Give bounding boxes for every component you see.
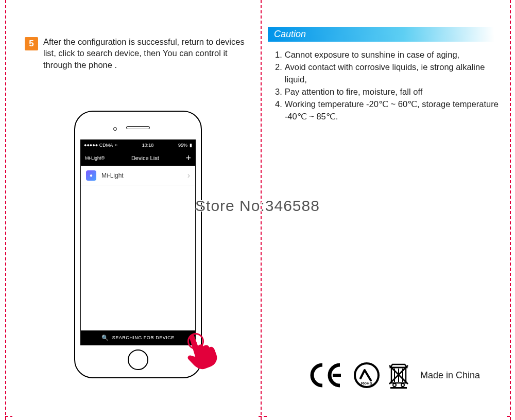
manual-page-step5: 5 After the configuration is successful,… [12, 0, 258, 420]
caution-text: Pay attention to fire, moisture, fall of… [285, 86, 423, 98]
device-name-label: Mi-Light [101, 172, 124, 179]
phone-speaker-icon [126, 126, 150, 129]
manual-page-caution: Caution 1. Cannot exposure to sunshine i… [268, 0, 505, 420]
svg-point-8 [401, 383, 404, 387]
caution-text: Working temperature -20℃ ~ 60℃, storage … [285, 98, 500, 123]
caution-number: 3. [275, 86, 282, 98]
carrier-label: ●●●●● CDMA [84, 143, 113, 148]
caution-item: 4. Working temperature -20℃ ~ 60℃, stora… [275, 98, 500, 123]
status-bar: ●●●●● CDMA ≈ 10:18 95% ▮ [81, 140, 195, 150]
phone-screen: ●●●●● CDMA ≈ 10:18 95% ▮ Mi·Light® Devic… [80, 139, 196, 345]
add-device-button[interactable]: + [185, 153, 191, 164]
caution-text: Cannot exposure to sunshine in case of a… [285, 49, 459, 61]
svg-text:RoHS: RoHS [361, 381, 372, 386]
battery-percent: 95% [178, 143, 187, 148]
phone-illustration: ●●●●● CDMA ≈ 10:18 95% ▮ Mi·Light® Devic… [74, 111, 202, 378]
caution-item: 1. Cannot exposure to sunshine in case o… [275, 49, 500, 61]
svg-rect-0 [333, 374, 341, 377]
rohs-mark-icon: RoHS [353, 362, 380, 389]
home-button-icon [128, 349, 148, 370]
search-icon: 🔍 [101, 335, 109, 341]
fold-line-right [510, 0, 511, 420]
caution-number: 4. [275, 98, 282, 123]
step-instruction-text: After the configuration is successful, r… [43, 36, 248, 71]
wifi-icon: ≈ [115, 143, 117, 148]
made-in-label: Made in China [420, 370, 480, 381]
device-list-item[interactable]: ● Mi-Light › [81, 166, 195, 185]
svg-rect-11 [390, 387, 407, 389]
status-time: 10:18 [142, 143, 154, 148]
certification-row: RoHS Made in China [310, 361, 500, 389]
caution-item: 2. Avoid contact with corrosive liquids,… [275, 61, 500, 86]
caution-text: Avoid contact with corrosive liquids, ie… [285, 61, 500, 86]
chevron-right-icon: › [187, 171, 190, 180]
fold-line-left [5, 0, 6, 420]
nav-title: Device List [131, 155, 159, 161]
ce-mark-icon [310, 363, 346, 388]
caution-list: 1. Cannot exposure to sunshine in case o… [268, 47, 505, 123]
fold-line-middle [261, 0, 262, 420]
battery-icon: ▮ [190, 143, 192, 148]
device-app-icon: ● [86, 170, 96, 181]
phone-camera-icon [113, 127, 117, 131]
svg-point-7 [393, 383, 396, 387]
caution-item: 3. Pay attention to fire, moisture, fall… [275, 86, 500, 98]
nav-bar: Mi·Light® Device List + [81, 150, 195, 166]
step-number-badge: 5 [25, 37, 38, 50]
screen-body [81, 185, 195, 330]
caution-heading: Caution [268, 27, 494, 42]
caution-number: 2. [275, 61, 282, 86]
app-brand: Mi·Light® [85, 155, 105, 161]
weee-bin-icon [387, 361, 410, 389]
caution-number: 1. [275, 49, 282, 61]
search-label: SEARCHING FOR DEVICE [112, 335, 175, 340]
